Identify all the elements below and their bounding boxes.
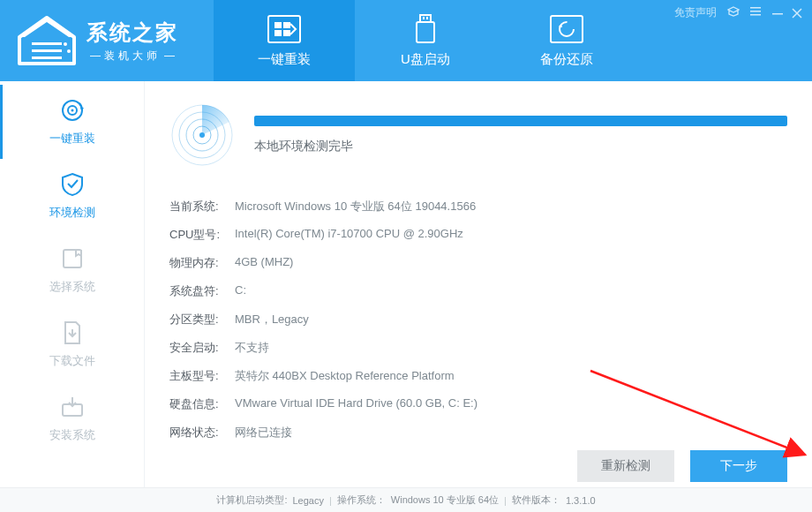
backup-icon xyxy=(550,14,583,44)
info-row: 安全启动:不支持 xyxy=(169,334,787,362)
version-value: 1.3.1.0 xyxy=(566,495,596,506)
svg-point-15 xyxy=(560,22,574,36)
info-row: 主板型号:英特尔 440BX Desktop Reference Platfor… xyxy=(169,362,787,390)
progress-text: 本地环境检测完毕 xyxy=(254,139,787,154)
menu-icon[interactable] xyxy=(750,6,761,19)
svg-rect-0 xyxy=(32,42,62,45)
tab-backup-restore[interactable]: 备份还原 xyxy=(496,0,637,81)
svg-point-4 xyxy=(67,49,71,53)
app-logo: 系统之家 装机大师 xyxy=(0,0,196,81)
svg-rect-6 xyxy=(274,22,282,28)
svg-rect-23 xyxy=(64,250,81,267)
next-button[interactable]: 下一步 xyxy=(690,450,787,482)
usb-icon xyxy=(415,14,436,44)
svg-rect-12 xyxy=(426,17,428,19)
svg-rect-9 xyxy=(283,30,290,36)
svg-rect-11 xyxy=(423,17,425,19)
sidebar-item-download[interactable]: 下载文件 xyxy=(0,307,144,381)
svg-point-3 xyxy=(64,42,67,46)
svg-point-22 xyxy=(71,109,73,112)
svg-point-29 xyxy=(199,132,205,138)
tab-reinstall[interactable]: 一键重装 xyxy=(214,0,355,81)
svg-rect-8 xyxy=(274,30,282,36)
svg-rect-17 xyxy=(750,11,761,12)
windows-reload-icon xyxy=(267,14,301,44)
info-row: 当前系统:Microsoft Windows 10 专业版 64位 19044.… xyxy=(169,192,787,221)
graduation-icon[interactable] xyxy=(727,6,740,19)
info-row: 分区类型:MBR，Legacy xyxy=(169,305,787,334)
boot-type-label: 计算机启动类型: xyxy=(216,493,287,507)
svg-rect-13 xyxy=(417,22,434,42)
radar-icon xyxy=(169,102,235,168)
status-bar: 计算机启动类型: Legacy | 操作系统： Windows 10 专业版 6… xyxy=(0,487,812,512)
boot-type-value: Legacy xyxy=(292,495,323,506)
tab-usb-boot[interactable]: U盘启动 xyxy=(355,0,496,81)
info-row: 系统盘符:C: xyxy=(169,277,787,305)
svg-rect-16 xyxy=(750,7,761,9)
app-title: 系统之家 xyxy=(86,19,178,47)
info-row: 网络状态:网络已连接 xyxy=(169,418,787,447)
system-info-list: 当前系统:Microsoft Windows 10 专业版 64位 19044.… xyxy=(169,192,787,447)
svg-rect-19 xyxy=(772,13,783,15)
os-label: 操作系统： xyxy=(337,493,386,507)
minimize-button[interactable] xyxy=(771,7,784,19)
house-logo-icon xyxy=(16,16,78,65)
select-file-icon xyxy=(59,245,86,272)
svg-rect-18 xyxy=(750,14,761,16)
progress-bar xyxy=(254,116,787,126)
close-button[interactable] xyxy=(791,7,803,19)
disclaimer-link[interactable]: 免责声明 xyxy=(674,5,717,20)
sidebar-item-install[interactable]: 安装系统 xyxy=(0,381,144,456)
info-row: 物理内存:4GB (MHZ) xyxy=(169,249,787,277)
os-value: Windows 10 专业版 64位 xyxy=(391,493,499,507)
svg-rect-7 xyxy=(283,22,290,28)
svg-rect-1 xyxy=(32,49,62,52)
svg-rect-10 xyxy=(420,15,431,22)
svg-rect-2 xyxy=(32,56,62,59)
svg-rect-14 xyxy=(551,16,583,42)
sidebar-item-reinstall[interactable]: 一键重装 xyxy=(0,85,144,159)
app-subtitle: 装机大师 xyxy=(86,49,178,64)
info-row: CPU型号:Intel(R) Core(TM) i7-10700 CPU @ 2… xyxy=(169,221,787,249)
info-row: 硬盘信息:VMware Virtual IDE Hard Drive (60.0… xyxy=(169,390,787,418)
download-file-icon xyxy=(59,320,86,346)
version-label: 软件版本： xyxy=(512,493,560,507)
sidebar-item-select-system[interactable]: 选择系统 xyxy=(0,233,144,307)
target-reload-icon xyxy=(59,97,86,124)
sidebar-item-env-check[interactable]: 环境检测 xyxy=(0,159,144,233)
recheck-button[interactable]: 重新检测 xyxy=(577,450,674,482)
install-box-icon xyxy=(59,394,86,420)
shield-check-icon xyxy=(59,171,86,198)
